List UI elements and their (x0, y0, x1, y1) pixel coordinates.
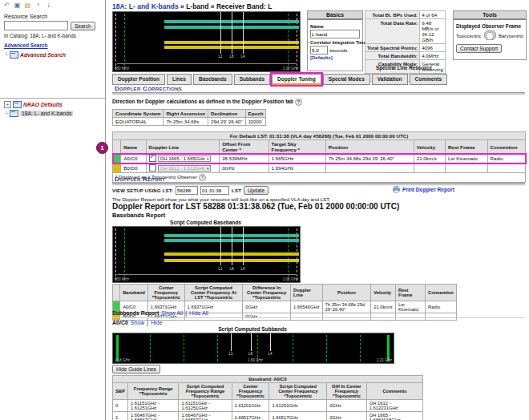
help-icon[interactable]: ? (295, 99, 302, 106)
subbands-table: Baseband: A0/C0 SBP Frequency Range *Top… (112, 375, 423, 420)
target-sky-frequency-value: 1.665GHz (269, 154, 325, 164)
sidebar-item-catalog[interactable]: └ 18A: L- and K-bands (4, 110, 73, 117)
integration-time-field[interactable] (310, 46, 328, 55)
tab-doppler-tuning[interactable]: Doppler Tuning (272, 74, 321, 85)
axis-max-label: 2.21 GHz (377, 358, 392, 362)
doppler-line-checkbox[interactable] (149, 155, 156, 162)
main-content: 18A: L- and K-bands » L-band » Receiver … (107, 0, 529, 420)
table-row: Total Bl. BPs Used:4 of 64 (365, 11, 446, 19)
hide-guide-lines-button[interactable]: Hide Guide Lines (112, 365, 160, 374)
breadcrumb-catalog[interactable]: 18A: L- and K-bands (112, 2, 179, 10)
arrow-up-icon[interactable]: ↑ (34, 2, 42, 9)
undo-icon[interactable]: ↶ (3, 2, 10, 9)
integration-time-label: Correlator Integration Time (310, 40, 360, 45)
hide-link[interactable]: Hide (151, 320, 162, 325)
column-header: Name (121, 140, 146, 154)
column-header: Epoch (245, 110, 266, 118)
expander-icon[interactable]: + (4, 101, 11, 108)
toggle-knob (486, 32, 494, 40)
column-header: Coordinate System (113, 110, 164, 118)
lst-time-field[interactable] (200, 186, 229, 195)
catalog-note: In Catalog: 18A: L- and K-bands (4, 33, 76, 38)
guide-line-green (124, 14, 125, 70)
defaults-link[interactable]: [Defaults] (310, 55, 333, 60)
search-button[interactable]: Search (71, 22, 95, 30)
tab-basebands[interactable]: Basebands (193, 74, 232, 85)
column-header: Declination (208, 110, 245, 118)
guide-line-green (184, 335, 184, 361)
name-field[interactable] (310, 30, 360, 38)
subbands-report-links: Subbands Report Show All | Hide All (112, 310, 208, 316)
sidebar-item-advanced-search[interactable]: └ Advanced Search (4, 51, 66, 59)
direction-text: Direction for Doppler calculations as de… (112, 99, 302, 106)
report-description: The Doppler Report will show you what yo… (112, 196, 330, 202)
table-row: Baseband Center Frequency *Topocentric S… (113, 285, 457, 301)
summary-label: Total Bandwidth: (365, 52, 420, 60)
print-doppler-report-link[interactable]: Print Doppler Report (393, 186, 454, 193)
script-center-frequency-value: 1.66517GHz (269, 412, 327, 420)
velocity-value: 21.0km/s (371, 301, 396, 313)
resource-summary: Total Bl. BPs Used:4 of 64 Total Data Ra… (365, 10, 443, 82)
table-row: For Default LST: 01:31:38 (VLA day #5828… (113, 132, 526, 140)
column-header: Script Computed Frequency Range *Topocen… (179, 383, 232, 400)
guide-label: L8 (229, 267, 233, 271)
sidebar-divider (0, 98, 105, 99)
doppler-line-checkbox[interactable] (149, 164, 156, 172)
name-label: Name (310, 23, 360, 29)
integration-unit-label: seconds (329, 48, 347, 53)
doppler-line-select[interactable]: OH 1612 - 1.612GHz▾ (158, 165, 212, 172)
folder-icon (10, 110, 18, 117)
spectral-guide-line (220, 227, 221, 265)
spectral-guide-line (243, 12, 244, 54)
table-row: EQUATORIAL 7h 25m 34.68s 29d 29' 26.40" … (113, 118, 266, 126)
axis-tick-line (115, 228, 116, 281)
script-frequency-range-value: 1.66467GHz - 1.66567GHz (179, 412, 232, 420)
doppler-line-select[interactable]: OH 1665 - 1.665GHz▾ (158, 155, 212, 162)
tab-subbands[interactable]: Subbands (234, 74, 270, 85)
table-row: Total Spectral Points:4096 (365, 44, 446, 52)
guide-label: L8 (248, 352, 252, 356)
observer-frame-toggle[interactable] (484, 30, 496, 40)
epoch-value: J2000 (245, 118, 266, 126)
resource-search-input[interactable] (4, 21, 68, 30)
copy-icon[interactable]: ▣ (14, 2, 21, 9)
diff-value: 0GHz (327, 400, 367, 412)
target-sky-frequency-value: 1.694GHz (269, 164, 325, 173)
link-divider: | (147, 320, 148, 325)
coordinate-table: Coordinate System Right Ascension Declin… (112, 109, 266, 126)
spectral-guide-line (243, 227, 244, 265)
sbp-value: 1 (113, 412, 128, 420)
tab-special-modes[interactable]: Special Modes (323, 74, 370, 85)
position-value: 7h 25m 34.68s 29d 29' 26.40" (325, 154, 414, 164)
update-button[interactable]: Update (244, 186, 269, 195)
guide-line-green (124, 228, 125, 281)
tab-comments[interactable]: Comments (410, 74, 448, 85)
tab-lines[interactable]: Lines (167, 74, 192, 85)
diff-value: 0GHz (327, 412, 367, 420)
position-value (322, 313, 371, 321)
position-value: 7h 25m 34.68s 29d 29' 26.40" (322, 301, 371, 313)
observer-frame-label: Displayed Observer Frame (456, 23, 523, 29)
spectral-guide-line (270, 333, 271, 351)
sidebar-item-nrao-defaults[interactable]: + NRAO Defaults (4, 101, 63, 108)
show-link[interactable]: Show (131, 320, 145, 325)
lst-day-field[interactable] (176, 186, 198, 195)
comments-value: OH 1665 - 1.6654018GHz (366, 412, 422, 420)
tab-doppler-position[interactable]: Doppler Position (112, 74, 165, 85)
paste-icon[interactable]: ▤ (24, 2, 31, 9)
show-all-link[interactable]: Show All (161, 310, 183, 316)
arrow-down-icon[interactable]: ↓ (45, 2, 52, 9)
lst-suffix-label: LST (232, 188, 241, 193)
hide-all-link[interactable]: Hide All (189, 310, 208, 316)
tab-validation[interactable]: Validation (372, 74, 408, 85)
guide-label: L8 (229, 55, 233, 59)
comments-value: OH 1612 - 1.612231GHz (366, 400, 422, 412)
axis-min-label: 950 MHz (115, 67, 129, 71)
help-icon[interactable]: ? (199, 174, 206, 181)
advanced-search-link[interactable]: Advanced Search (4, 42, 48, 48)
contact-support-button[interactable]: Contact Support (456, 44, 502, 53)
printer-icon (393, 186, 400, 193)
spectral-guide-line (232, 12, 232, 54)
guide-line-green (326, 335, 327, 361)
column-header: Convention (487, 140, 525, 154)
